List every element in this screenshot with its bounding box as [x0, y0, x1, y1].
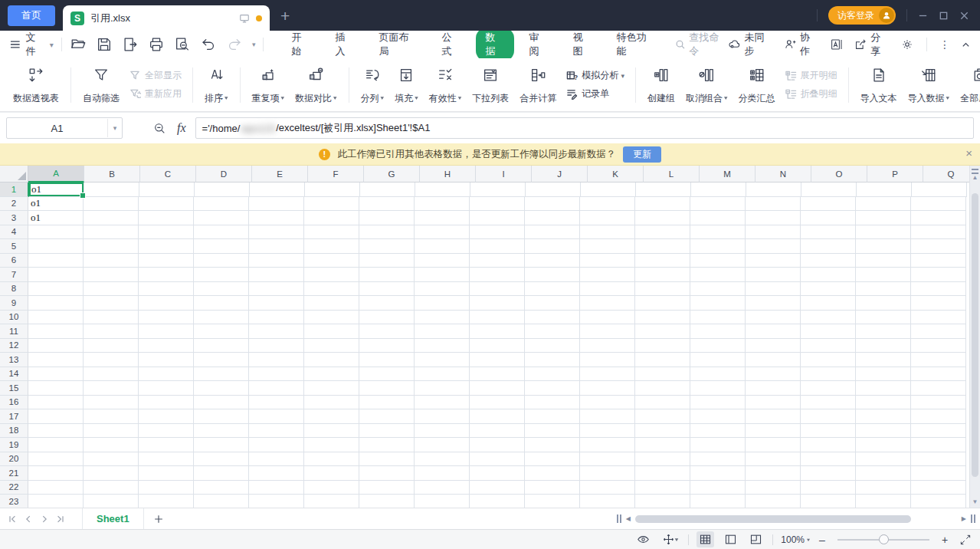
cell-G4[interactable] [359, 225, 415, 240]
row-header-9[interactable]: 9 [0, 296, 28, 311]
cell-B19[interactable] [84, 438, 139, 452]
cell-F11[interactable] [304, 324, 359, 339]
cell-D12[interactable] [194, 339, 249, 353]
cell-G10[interactable] [359, 311, 415, 325]
cell-H6[interactable] [415, 254, 470, 268]
column-header-L[interactable]: L [644, 166, 700, 182]
export-icon[interactable] [122, 36, 139, 53]
cell-N16[interactable] [746, 396, 801, 410]
cell-K19[interactable] [580, 438, 635, 452]
cell-I15[interactable] [470, 381, 525, 396]
cell-K1[interactable] [581, 182, 636, 197]
row-header-10[interactable]: 10 [0, 311, 28, 325]
cell-N21[interactable] [746, 466, 801, 481]
cell-E1[interactable] [250, 182, 305, 197]
cell-K14[interactable] [580, 367, 635, 382]
ribbon-button-重新应用[interactable]: 重新应用 [129, 87, 182, 100]
cell-L14[interactable] [635, 367, 690, 382]
document-tab[interactable]: S 引用.xlsx [63, 5, 270, 31]
cell-C20[interactable] [139, 452, 194, 467]
cell-K5[interactable] [580, 239, 635, 254]
save-icon[interactable] [96, 36, 113, 53]
cell-M17[interactable] [690, 409, 746, 424]
menu-tab-开始[interactable]: 开始 [282, 28, 320, 61]
cell-I13[interactable] [470, 353, 525, 367]
cell-A17[interactable] [28, 409, 84, 424]
cell-H8[interactable] [415, 282, 470, 297]
cell-C6[interactable] [139, 254, 194, 268]
cell-I4[interactable] [470, 225, 525, 240]
cell-E2[interactable] [249, 197, 304, 212]
new-tab-button[interactable]: + [280, 8, 290, 24]
cell-M19[interactable] [690, 438, 746, 452]
cell-L16[interactable] [635, 396, 690, 410]
sheet-tab-sheet1[interactable]: Sheet1 [82, 508, 144, 529]
cell-O15[interactable] [801, 381, 856, 396]
cell-L17[interactable] [635, 409, 690, 424]
add-sheet-icon[interactable] [153, 514, 164, 524]
cell-P19[interactable] [856, 438, 911, 452]
cell-I1[interactable] [470, 182, 526, 197]
cell-D5[interactable] [194, 239, 249, 254]
cell-D3[interactable] [194, 211, 249, 225]
row-header-14[interactable]: 14 [0, 367, 28, 382]
file-menu[interactable]: 文件 ▾ [9, 31, 54, 58]
collapse-ribbon-icon[interactable] [961, 40, 971, 50]
cell-H3[interactable] [415, 211, 470, 225]
cell-G17[interactable] [359, 409, 415, 424]
normal-view-icon[interactable] [696, 531, 714, 547]
cell-C22[interactable] [139, 481, 194, 495]
cell-N8[interactable] [746, 282, 801, 297]
cell-L1[interactable] [636, 182, 691, 197]
cell-M14[interactable] [690, 367, 746, 382]
cell-B6[interactable] [84, 254, 139, 268]
cell-F21[interactable] [304, 466, 359, 481]
cell-Q3[interactable] [911, 211, 966, 225]
cell-N19[interactable] [746, 438, 801, 452]
cell-H1[interactable] [415, 182, 470, 197]
cell-E3[interactable] [249, 211, 304, 225]
cell-C3[interactable] [139, 211, 194, 225]
cell-G13[interactable] [359, 353, 415, 367]
cell-K17[interactable] [580, 409, 635, 424]
cell-F7[interactable] [304, 268, 359, 282]
cell-I10[interactable] [470, 311, 525, 325]
cell-O3[interactable] [801, 211, 856, 225]
cell-A3[interactable]: o1 [28, 211, 84, 225]
print-preview-icon[interactable] [174, 36, 191, 53]
vertical-scrollbar[interactable]: ▲ ▼ [969, 166, 980, 508]
cell-B17[interactable] [84, 409, 139, 424]
cell-L9[interactable] [635, 296, 690, 311]
cell-G9[interactable] [359, 296, 415, 311]
cell-N17[interactable] [746, 409, 801, 424]
cell-E4[interactable] [249, 225, 304, 240]
zoom-slider-knob[interactable] [879, 534, 889, 544]
cell-B1[interactable] [84, 182, 139, 197]
cell-B18[interactable] [84, 424, 139, 439]
cell-P7[interactable] [856, 268, 911, 282]
cell-O11[interactable] [801, 324, 856, 339]
cell-P8[interactable] [856, 282, 911, 297]
cell-C12[interactable] [139, 339, 194, 353]
next-sheet-icon[interactable] [40, 514, 49, 524]
ribbon-button-重复项[interactable]: 重复项▾ [247, 64, 290, 107]
cell-B14[interactable] [84, 367, 139, 382]
print-icon[interactable] [148, 36, 165, 53]
cell-N9[interactable] [746, 296, 801, 311]
cell-M11[interactable] [690, 324, 746, 339]
cell-I12[interactable] [470, 339, 525, 353]
cell-A6[interactable] [28, 254, 84, 268]
vertical-scroll-thumb[interactable] [972, 193, 978, 477]
ribbon-button-填充[interactable]: 填充▾ [389, 64, 424, 107]
cell-M18[interactable] [690, 424, 746, 439]
maximize-button[interactable] [939, 11, 949, 21]
cell-A14[interactable] [28, 367, 84, 382]
column-header-M[interactable]: M [700, 166, 755, 182]
menu-tab-页面布局[interactable]: 页面布局 [369, 28, 426, 61]
cell-M20[interactable] [690, 452, 746, 467]
cell-A23[interactable] [28, 495, 84, 508]
cell-G23[interactable] [359, 495, 415, 508]
cell-L15[interactable] [635, 381, 690, 396]
guest-login-button[interactable]: 访客登录 [828, 6, 896, 25]
fill-handle[interactable] [80, 192, 86, 199]
